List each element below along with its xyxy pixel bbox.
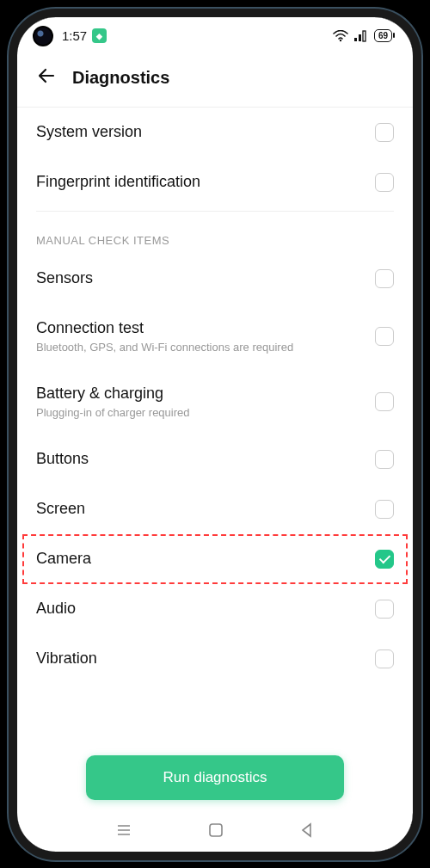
- nav-recent-icon[interactable]: [114, 821, 133, 840]
- list-item-body: Vibration: [36, 649, 365, 668]
- svg-point-0: [340, 39, 341, 40]
- list-item-label: Battery & charging: [36, 385, 365, 403]
- list-item-label: Camera: [36, 550, 365, 568]
- svg-rect-3: [363, 31, 366, 41]
- status-right: 69: [333, 29, 392, 42]
- manual-item-row[interactable]: Connection testBluetooth, GPS, and Wi-Fi…: [17, 304, 413, 369]
- checkbox[interactable]: [375, 327, 394, 346]
- manual-item-row[interactable]: Audio: [17, 584, 413, 634]
- list-item-body: Battery & chargingPlugging-in of charger…: [36, 385, 365, 419]
- status-left: 1:57 ◆: [33, 26, 107, 46]
- auto-item-row[interactable]: Fingerprint identification: [17, 157, 413, 207]
- list-item-label: Audio: [36, 600, 365, 618]
- list-item-label: Sensors: [36, 269, 365, 287]
- list-item-body: Connection testBluetooth, GPS, and Wi-Fi…: [36, 319, 365, 354]
- manual-item-row[interactable]: Screen: [17, 484, 413, 534]
- list-item-label: System version: [36, 123, 365, 141]
- svg-rect-2: [359, 34, 361, 41]
- manual-item-row[interactable]: Camera: [17, 534, 413, 584]
- list-item-body: Audio: [36, 600, 365, 618]
- auto-check-list: System versionFingerprint identification: [17, 108, 413, 207]
- checkbox[interactable]: [375, 392, 394, 411]
- run-diagnostics-button[interactable]: Run diagnostics: [86, 755, 344, 800]
- checkbox[interactable]: [375, 269, 394, 288]
- header: Diagnostics: [17, 52, 413, 108]
- front-camera-hole: [33, 26, 53, 46]
- checkbox[interactable]: [375, 550, 394, 569]
- checkbox[interactable]: [375, 500, 394, 519]
- status-time: 1:57: [62, 28, 87, 43]
- manual-item-row[interactable]: Battery & chargingPlugging-in of charger…: [17, 369, 413, 434]
- nav-bar: [17, 821, 413, 840]
- list-item-label: Connection test: [36, 319, 365, 337]
- back-icon[interactable]: [36, 65, 57, 91]
- manual-item-row[interactable]: Sensors: [17, 254, 413, 304]
- list-item-label: Buttons: [36, 450, 365, 468]
- list-item-label: Fingerprint identification: [36, 173, 365, 191]
- content[interactable]: System versionFingerprint identification…: [17, 108, 413, 804]
- manual-item-row[interactable]: Buttons: [17, 434, 413, 484]
- list-item-body: Fingerprint identification: [36, 173, 365, 191]
- section-header: MANUAL CHECK ITEMS: [17, 215, 413, 254]
- nav-back-icon[interactable]: [298, 822, 316, 839]
- auto-item-row[interactable]: System version: [17, 108, 413, 157]
- checkbox[interactable]: [375, 123, 394, 142]
- list-item-subtext: Plugging-in of charger required: [36, 406, 365, 419]
- list-item-body: Screen: [36, 500, 365, 518]
- list-item-body: Buttons: [36, 450, 365, 468]
- list-item-label: Screen: [36, 500, 365, 518]
- status-app-icon: ◆: [92, 28, 107, 43]
- phone-frame: 1:57 ◆ 69 Diagnostics System versionFing…: [9, 9, 421, 860]
- checkbox[interactable]: [375, 450, 394, 469]
- battery-icon: 69: [374, 29, 392, 42]
- list-item-subtext: Bluetooth, GPS, and Wi-Fi connections ar…: [36, 341, 365, 354]
- wifi-icon: [333, 30, 348, 42]
- manual-item-row[interactable]: Vibration: [17, 634, 413, 684]
- list-item-label: Vibration: [36, 649, 365, 668]
- svg-rect-4: [210, 824, 222, 836]
- screen: 1:57 ◆ 69 Diagnostics System versionFing…: [17, 17, 413, 852]
- page-title: Diagnostics: [72, 68, 169, 88]
- list-item-body: Sensors: [36, 269, 365, 287]
- status-bar: 1:57 ◆ 69: [17, 17, 413, 52]
- divider: [36, 211, 394, 212]
- checkbox[interactable]: [375, 600, 394, 619]
- list-item-body: System version: [36, 123, 365, 141]
- checkbox[interactable]: [375, 649, 394, 668]
- nav-home-icon[interactable]: [207, 822, 224, 839]
- list-item-body: Camera: [36, 550, 365, 568]
- checkbox[interactable]: [375, 173, 394, 192]
- manual-check-list: SensorsConnection testBluetooth, GPS, an…: [17, 254, 413, 684]
- svg-rect-1: [354, 38, 357, 41]
- signal-icon: [353, 30, 369, 42]
